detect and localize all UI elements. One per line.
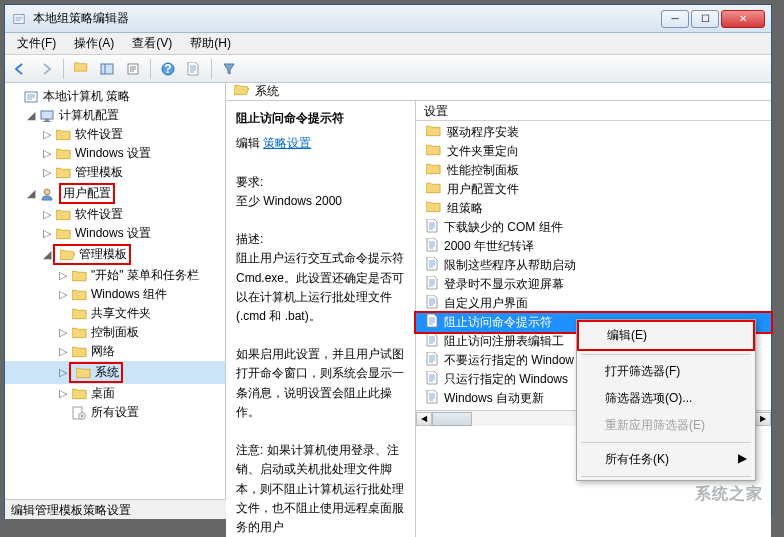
menu-help[interactable]: 帮助(H) bbox=[182, 33, 239, 54]
policy-label: 阻止访问注册表编辑工 bbox=[444, 333, 564, 350]
back-button[interactable] bbox=[9, 58, 31, 80]
tree-uc-system[interactable]: ▷系统 bbox=[5, 361, 225, 384]
policy-doc-icon bbox=[426, 238, 438, 255]
policy-label: 文件夹重定向 bbox=[447, 143, 519, 160]
policy-item[interactable]: 用户配置文件 bbox=[416, 180, 771, 199]
menu-file[interactable]: 文件(F) bbox=[9, 33, 64, 54]
tree-uc-net[interactable]: ▷网络 bbox=[5, 342, 225, 361]
policy-item[interactable]: 组策略 bbox=[416, 199, 771, 218]
policy-label: 组策略 bbox=[447, 200, 483, 217]
maximize-button[interactable]: ☐ bbox=[691, 10, 719, 28]
tree-uc-cpanel[interactable]: ▷控制面板 bbox=[5, 323, 225, 342]
desc-p2: 如果启用此设置，并且用户试图打开命令窗口，则系统会显示一条消息，说明设置会阻止此… bbox=[236, 345, 405, 422]
policy-item[interactable]: 文件夹重定向 bbox=[416, 142, 771, 161]
detail-title: 阻止访问命令提示符 bbox=[236, 109, 405, 128]
detail-pane: 阻止访问命令提示符 编辑 策略设置 要求: 至少 Windows 2000 描述… bbox=[226, 101, 416, 537]
edit-label: 编辑 bbox=[236, 136, 260, 150]
policy-item[interactable]: 2000 年世纪转译 bbox=[416, 237, 771, 256]
req-value: 至少 Windows 2000 bbox=[236, 192, 405, 211]
minimize-button[interactable]: ─ bbox=[661, 10, 689, 28]
main-window: 本地组策略编辑器 ─ ☐ ✕ 文件(F) 操作(A) 查看(V) 帮助(H) ?… bbox=[4, 4, 772, 518]
policy-label: 性能控制面板 bbox=[447, 162, 519, 179]
policy-label: 登录时不显示欢迎屏幕 bbox=[444, 276, 564, 293]
tree-uc-start[interactable]: ▷"开始" 菜单和任务栏 bbox=[5, 266, 225, 285]
folder-icon bbox=[234, 84, 249, 99]
policy-label: 用户配置文件 bbox=[447, 181, 519, 198]
desc-p3: 注意: 如果计算机使用登录、注销、启动或关机批处理文件脚本，则不阻止计算机运行批… bbox=[236, 441, 405, 537]
policy-list-pane[interactable]: 设置 驱动程序安装文件夹重定向性能控制面板用户配置文件组策略下载缺少的 COM … bbox=[416, 101, 771, 537]
tree-uc-software[interactable]: ▷软件设置 bbox=[5, 205, 225, 224]
policy-label: Windows 自动更新 bbox=[444, 390, 544, 407]
folder-icon bbox=[426, 163, 441, 178]
policy-label: 自定义用户界面 bbox=[444, 295, 528, 312]
tree-uc-windows[interactable]: ▷Windows 设置 bbox=[5, 224, 225, 243]
folder-icon bbox=[426, 144, 441, 159]
svg-text:?: ? bbox=[164, 62, 171, 76]
policy-label: 驱动程序安装 bbox=[447, 124, 519, 141]
filter-button[interactable] bbox=[218, 58, 240, 80]
tree-cc-admin[interactable]: ▷管理模板 bbox=[5, 163, 225, 182]
policy-item[interactable]: 性能控制面板 bbox=[416, 161, 771, 180]
policy-label: 只运行指定的 Windows bbox=[444, 371, 568, 388]
policy-item[interactable]: 驱动程序安装 bbox=[416, 123, 771, 142]
policy-label: 阻止访问命令提示符 bbox=[444, 314, 552, 331]
tree-cc-software[interactable]: ▷软件设置 bbox=[5, 125, 225, 144]
scroll-thumb[interactable] bbox=[432, 412, 472, 426]
policy-doc-icon bbox=[426, 276, 438, 293]
context-menu: 编辑(E) 打开筛选器(F) 筛选器选项(O)... 重新应用筛选器(E) 所有… bbox=[576, 319, 756, 481]
properties-button[interactable] bbox=[122, 58, 144, 80]
column-header[interactable]: 设置 bbox=[416, 101, 771, 121]
export-button[interactable] bbox=[183, 58, 205, 80]
tree-uc-wincmp[interactable]: ▷Windows 组件 bbox=[5, 285, 225, 304]
forward-button[interactable] bbox=[35, 58, 57, 80]
policy-item[interactable]: 限制这些程序从帮助启动 bbox=[416, 256, 771, 275]
menu-action[interactable]: 操作(A) bbox=[66, 33, 122, 54]
policy-item[interactable]: 登录时不显示欢迎屏幕 bbox=[416, 275, 771, 294]
tree-uc-admin[interactable]: ◢管理模板 bbox=[5, 243, 225, 266]
policy-doc-icon bbox=[426, 352, 438, 369]
policy-label: 不要运行指定的 Window bbox=[444, 352, 574, 369]
show-hide-button[interactable] bbox=[96, 58, 118, 80]
desc-p1: 阻止用户运行交互式命令提示符 Cmd.exe。此设置还确定是否可以在计算机上运行… bbox=[236, 249, 405, 326]
cm-filter-options[interactable]: 筛选器选项(O)... bbox=[577, 385, 755, 412]
app-icon bbox=[11, 11, 27, 27]
tree-uc-share[interactable]: 共享文件夹 bbox=[5, 304, 225, 323]
toolbar: ? bbox=[5, 55, 771, 83]
scroll-left-button[interactable]: ◀ bbox=[416, 412, 432, 426]
up-button[interactable] bbox=[70, 58, 92, 80]
desc-label: 描述: bbox=[236, 230, 405, 249]
policy-label: 下载缺少的 COM 组件 bbox=[444, 219, 563, 236]
content-header: 系统 bbox=[226, 83, 771, 101]
tree-computer-config[interactable]: ◢计算机配置 bbox=[5, 106, 225, 125]
help-button[interactable]: ? bbox=[157, 58, 179, 80]
folder-icon bbox=[426, 182, 441, 197]
policy-doc-icon bbox=[426, 371, 438, 388]
policy-label: 2000 年世纪转译 bbox=[444, 238, 534, 255]
edit-policy-link[interactable]: 策略设置 bbox=[263, 136, 311, 150]
policy-doc-icon bbox=[426, 333, 438, 350]
tree-uc-desk[interactable]: ▷桌面 bbox=[5, 384, 225, 403]
folder-icon bbox=[426, 125, 441, 140]
tree-user-config[interactable]: ◢用户配置 bbox=[5, 182, 225, 205]
tree-cc-windows[interactable]: ▷Windows 设置 bbox=[5, 144, 225, 163]
policy-doc-icon bbox=[426, 390, 438, 407]
tree-root[interactable]: 本地计算机 策略 bbox=[5, 87, 225, 106]
policy-doc-icon bbox=[426, 219, 438, 236]
titlebar[interactable]: 本地组策略编辑器 ─ ☐ ✕ bbox=[5, 5, 771, 33]
cm-edit[interactable]: 编辑(E) bbox=[579, 322, 753, 349]
cm-all-tasks[interactable]: 所有任务(K)▶ bbox=[577, 446, 755, 473]
menu-view[interactable]: 查看(V) bbox=[124, 33, 180, 54]
policy-label: 限制这些程序从帮助启动 bbox=[444, 257, 576, 274]
policy-doc-icon bbox=[426, 295, 438, 312]
tree-pane[interactable]: 本地计算机 策略 ◢计算机配置 ▷软件设置 ▷Windows 设置 ▷管理模板 … bbox=[5, 83, 226, 499]
close-button[interactable]: ✕ bbox=[721, 10, 765, 28]
policy-item[interactable]: 下载缺少的 COM 组件 bbox=[416, 218, 771, 237]
scroll-right-button[interactable]: ▶ bbox=[755, 412, 771, 426]
policy-item[interactable]: 自定义用户界面 bbox=[416, 294, 771, 313]
folder-icon bbox=[426, 201, 441, 216]
svg-rect-8 bbox=[101, 64, 113, 74]
tree-uc-all[interactable]: 所有设置 bbox=[5, 403, 225, 422]
policy-doc-icon bbox=[426, 257, 438, 274]
cm-open-filter[interactable]: 打开筛选器(F) bbox=[577, 358, 755, 385]
window-title: 本地组策略编辑器 bbox=[33, 10, 661, 27]
